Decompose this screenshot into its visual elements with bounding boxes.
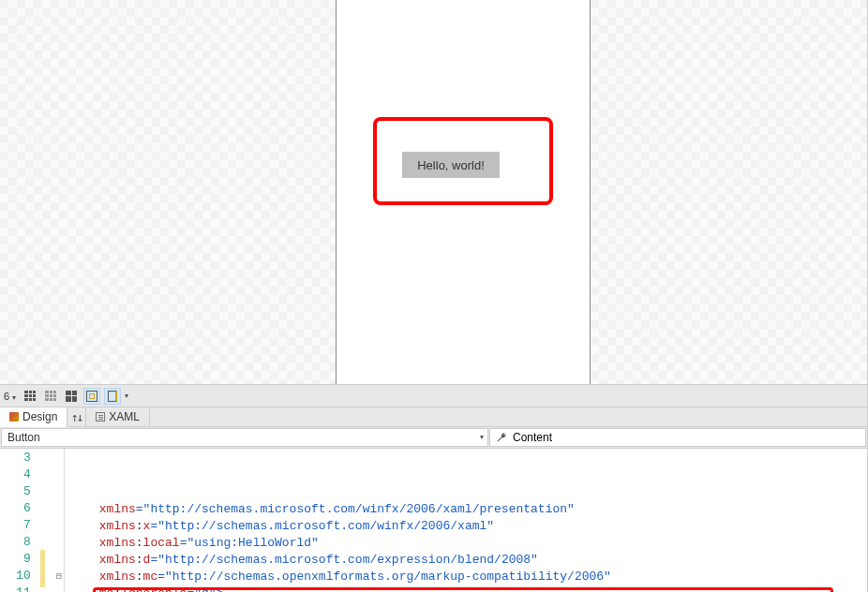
token: xmlns: [99, 502, 136, 516]
line-number: 5: [0, 484, 31, 501]
fold-toggle: [54, 535, 64, 552]
token: xmlns: [99, 570, 136, 584]
line-number: 10: [0, 569, 31, 585]
change-mark-gutter: [37, 449, 54, 592]
fold-toggle: [54, 467, 64, 484]
fold-toggle: [54, 552, 64, 569]
token: :: [136, 553, 143, 567]
token: ="using:HelloWorld": [180, 536, 319, 550]
line-number-gutter: 3456789101112: [0, 449, 37, 592]
fold-toggle: [54, 484, 64, 501]
token: ="http://schemas.microsoft.com/expressio…: [150, 553, 537, 567]
token: ="http://schemas.microsoft.com/winfx/200…: [136, 502, 575, 516]
token: ="http://schemas.microsoft.com/winfx/200…: [150, 519, 494, 533]
split-tab-bar: Design ↑↓ XAML: [0, 407, 867, 427]
token: ="http://schemas.openxmlformats.org/mark…: [157, 570, 611, 584]
fold-toggle: [54, 451, 64, 467]
wrench-icon: [496, 432, 507, 443]
tab-xaml[interactable]: XAML: [86, 407, 150, 426]
grid2-icon[interactable]: [63, 388, 80, 405]
code-line[interactable]: xmlns="http://schemas.microsoft.com/winf…: [70, 501, 867, 518]
property-name-value: Content: [513, 431, 552, 444]
token: :: [136, 536, 143, 550]
element-property-bar: Button ▾ Content: [0, 427, 867, 449]
code-line[interactable]: xmlns:d="http://schemas.microsoft.com/ex…: [70, 552, 867, 569]
tab-label: XAML: [109, 410, 140, 423]
code-line[interactable]: xmlns:local="using:HelloWorld": [70, 535, 867, 552]
token: :: [136, 570, 143, 584]
tab-design[interactable]: Design: [0, 407, 67, 427]
line-number: 11: [0, 585, 31, 592]
chevron-down-icon[interactable]: ▾: [125, 392, 128, 400]
line-number: 6: [0, 501, 31, 518]
hello-world-button[interactable]: Hello, world!: [402, 152, 500, 178]
code-line[interactable]: xmlns:mc="http://schemas.openxmlformats.…: [70, 569, 867, 585]
element-type-combo[interactable]: Button ▾: [1, 428, 488, 447]
xaml-editor[interactable]: 3456789101112 ⊟ xmlns="http://schemas.mi…: [0, 449, 867, 592]
code-line[interactable]: mc:Ignorable="d">: [70, 585, 867, 592]
token: xmlns: [99, 536, 136, 550]
property-name-combo[interactable]: Content: [489, 428, 866, 447]
line-number: 9: [0, 552, 31, 569]
fold-toggle: [54, 518, 64, 535]
token: xmlns: [99, 519, 136, 533]
fold-toggle: [54, 501, 64, 518]
token: Ignorable: [121, 586, 187, 592]
chevron-down-icon: ▾: [480, 434, 484, 441]
line-number: 4: [0, 467, 31, 484]
token: xmlns: [99, 553, 136, 567]
line-number: 8: [0, 535, 31, 552]
token: ="d": [187, 586, 216, 592]
line-number: 3: [0, 451, 31, 467]
code-icon: [96, 412, 105, 422]
zoom-value[interactable]: 6 ▾: [4, 391, 18, 402]
code-body[interactable]: xmlns="http://schemas.microsoft.com/winf…: [65, 449, 867, 592]
change-mark: [40, 550, 45, 587]
chevron-down-icon: ▾: [12, 393, 16, 402]
grid3-outline-icon[interactable]: [42, 388, 59, 405]
designer-surface[interactable]: Hello, world!: [0, 0, 867, 384]
fold-toggle[interactable]: ⊟: [54, 569, 64, 585]
doc-toggle[interactable]: [104, 388, 121, 405]
element-type-value: Button: [7, 431, 40, 444]
code-line[interactable]: xmlns:x="http://schemas.microsoft.com/wi…: [70, 518, 867, 535]
token: >: [217, 586, 224, 592]
swap-icon: ↑↓: [71, 410, 82, 424]
tab-label: Design: [22, 410, 57, 423]
token: local: [143, 536, 180, 550]
design-icon: [9, 412, 19, 422]
line-number: 7: [0, 518, 31, 535]
design-artboard[interactable]: Hello, world!: [336, 0, 591, 384]
token: mc: [99, 586, 114, 592]
swap-panes-button[interactable]: ↑↓: [67, 407, 86, 426]
token: :: [136, 519, 143, 533]
grid3-icon[interactable]: [22, 388, 38, 405]
fold-toggle: [54, 585, 64, 592]
designer-toolstrip: 6 ▾ ▾: [0, 384, 867, 407]
token: mc: [143, 570, 158, 584]
snap-toggle[interactable]: [83, 388, 100, 405]
fold-gutter[interactable]: ⊟: [54, 449, 64, 592]
